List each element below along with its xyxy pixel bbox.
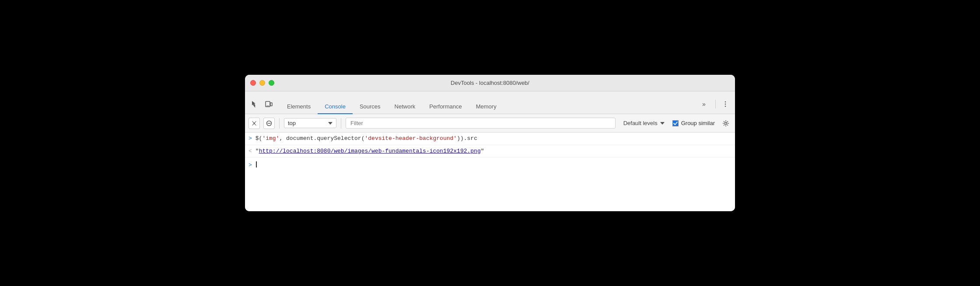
filter-input[interactable] — [346, 118, 616, 129]
console-input-text-1[interactable]: $('img', document.querySelector('devsite… — [256, 134, 732, 143]
default-levels-button[interactable]: Default levels — [619, 119, 669, 128]
tab-memory[interactable]: Memory — [469, 100, 504, 114]
group-similar-checkbox[interactable] — [672, 120, 679, 126]
svg-point-7 — [725, 106, 726, 107]
tab-bar: Elements Console Sources Network Perform… — [245, 91, 735, 114]
traffic-lights — [250, 80, 274, 86]
devtools-window: DevTools - localhost:8080/web/ Elements … — [245, 75, 735, 211]
no-entry-icon[interactable] — [263, 118, 275, 129]
group-similar-area[interactable]: Group similar — [672, 120, 715, 126]
svg-point-6 — [725, 104, 726, 105]
console-input-line-1: > $('img', document.querySelector('devsi… — [245, 133, 735, 145]
more-options-icon[interactable] — [719, 98, 732, 110]
tab-performance[interactable]: Performance — [422, 100, 469, 114]
levels-label: Default levels — [623, 120, 658, 126]
device-toolbar-icon[interactable] — [262, 98, 275, 110]
context-selector[interactable]: top — [284, 118, 336, 128]
inspector-icon[interactable] — [248, 98, 261, 110]
svg-text:»: » — [702, 101, 706, 108]
separator — [715, 100, 716, 108]
title-bar: DevTools - localhost:8080/web/ — [245, 75, 735, 91]
tab-bar-right: » — [700, 98, 732, 114]
more-tabs-icon[interactable]: » — [700, 98, 712, 110]
window-title: DevTools - localhost:8080/web/ — [451, 80, 529, 86]
tab-network[interactable]: Network — [388, 100, 423, 114]
svg-marker-12 — [660, 122, 665, 125]
tab-bar-icons — [248, 98, 275, 114]
console-output-text-1: "http://localhost:8080/web/images/web-fu… — [256, 147, 732, 156]
console-toolbar: top Default levels Group similar — [245, 114, 735, 133]
minimize-button[interactable] — [259, 80, 265, 86]
console-output: > $('img', document.querySelector('devsi… — [245, 133, 735, 211]
settings-icon[interactable] — [720, 118, 732, 129]
console-output-line-1: < "http://localhost:8080/web/images/web-… — [245, 145, 735, 158]
maximize-button[interactable] — [269, 80, 274, 86]
output-url-link[interactable]: http://localhost:8080/web/images/web-fun… — [259, 148, 481, 154]
toolbar-separator-1 — [279, 118, 280, 129]
string-literal-img: 'img' — [262, 135, 279, 142]
group-similar-label: Group similar — [681, 120, 715, 126]
tab-sources[interactable]: Sources — [353, 100, 388, 114]
clear-console-icon[interactable] — [248, 118, 260, 129]
input-prompt-1: > — [248, 134, 252, 142]
output-prompt-1: < — [248, 147, 252, 154]
active-prompt: > — [248, 161, 252, 168]
tab-console[interactable]: Console — [318, 100, 353, 114]
string-literal-selector: 'devsite-header-background' — [364, 135, 457, 142]
tab-elements[interactable]: Elements — [280, 100, 318, 114]
svg-rect-2 — [270, 103, 272, 106]
svg-point-13 — [725, 122, 727, 124]
cursor — [256, 161, 257, 167]
svg-marker-11 — [328, 122, 332, 125]
console-active-input-line[interactable]: > — [245, 157, 735, 171]
svg-point-5 — [725, 101, 726, 103]
svg-marker-8 — [252, 121, 256, 126]
toolbar-separator-2 — [341, 118, 341, 129]
context-value: top — [288, 120, 296, 126]
close-button[interactable] — [250, 80, 256, 86]
